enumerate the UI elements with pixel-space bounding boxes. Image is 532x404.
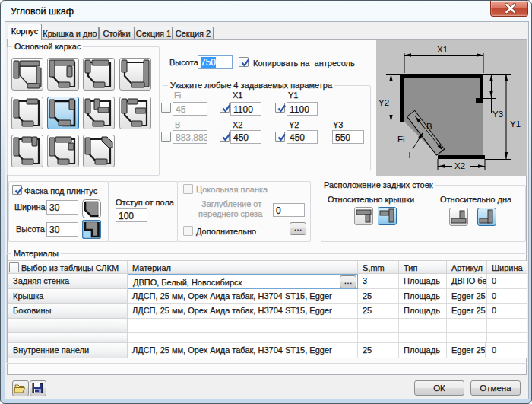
svg-text:Y1: Y1	[510, 119, 521, 129]
svg-text:X1: X1	[437, 45, 448, 54]
svg-text:B: B	[426, 122, 432, 131]
svg-text:X2: X2	[454, 161, 465, 170]
svg-text:Y2: Y2	[378, 98, 389, 107]
svg-text:Y3: Y3	[492, 110, 503, 119]
svg-text:Fi: Fi	[397, 135, 405, 144]
